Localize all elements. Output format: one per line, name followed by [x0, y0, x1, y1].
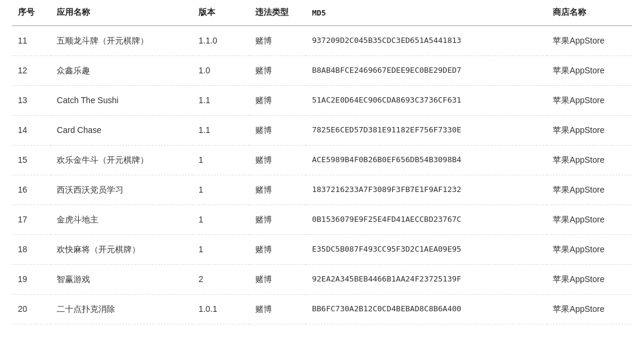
cell-type: 赌博	[249, 205, 306, 235]
cell-md5: 0B1536079E9F25E4FD41AECCBD23767C	[306, 205, 547, 235]
table-row: 19智赢游戏2赌博92EA2A345BEB4466B1AA24F23725139…	[12, 265, 632, 295]
cell-store: 苹果AppStore	[547, 295, 632, 324]
table-row: 15欢乐金牛斗（开元棋牌）1赌博ACE5989B4F0B26B0EF656DB5…	[12, 146, 632, 175]
cell-name: Card Chase	[51, 116, 193, 146]
cell-type: 赌博	[249, 175, 306, 205]
cell-md5: ACE5989B4F0B26B0EF656DB54B3098B4	[306, 146, 547, 175]
cell-index: 13	[12, 86, 51, 116]
cell-version: 1.1.0	[193, 26, 249, 56]
cell-name: 二十点扑克消除	[51, 295, 193, 324]
cell-store: 苹果AppStore	[547, 56, 632, 86]
header-name: 应用名称	[51, 0, 193, 26]
cell-index: 14	[12, 116, 51, 146]
data-table: 序号 应用名称 版本 违法类型 MD5 商店名称 11五顺龙斗牌（开元棋牌）1.…	[12, 0, 632, 324]
cell-md5: 92EA2A345BEB4466B1AA24F23725139F	[306, 265, 547, 295]
cell-store: 苹果AppStore	[547, 26, 632, 56]
cell-version: 1	[193, 235, 249, 265]
cell-store: 苹果AppStore	[547, 265, 632, 295]
cell-md5: 7825E6CED57D381E91182EF756F7330E	[306, 116, 547, 146]
cell-store: 苹果AppStore	[547, 235, 632, 265]
cell-index: 19	[12, 265, 51, 295]
cell-name: 金虎斗地主	[51, 205, 193, 235]
header-version: 版本	[193, 0, 249, 26]
cell-type: 赌博	[249, 235, 306, 265]
cell-index: 16	[12, 175, 51, 205]
cell-store: 苹果AppStore	[547, 146, 632, 175]
header-index: 序号	[12, 0, 51, 26]
cell-name: 智赢游戏	[51, 265, 193, 295]
cell-type: 赌博	[249, 265, 306, 295]
table-header-row: 序号 应用名称 版本 违法类型 MD5 商店名称	[12, 0, 632, 26]
cell-version: 1.0.1	[193, 295, 249, 324]
cell-type: 赌博	[249, 56, 306, 86]
table-row: 16西沃西沃党员学习1赌博1837216233A7F3089F3FB7E1F9A…	[12, 175, 632, 205]
cell-store: 苹果AppStore	[547, 175, 632, 205]
table-row: 17金虎斗地主1赌博0B1536079E9F25E4FD41AECCBD2376…	[12, 205, 632, 235]
header-type: 违法类型	[249, 0, 306, 26]
cell-type: 赌博	[249, 26, 306, 56]
table-row: 14Card Chase1.1赌博7825E6CED57D381E91182EF…	[12, 116, 632, 146]
table-row: 13Catch The Sushi1.1赌博51AC2E0D64EC906CDA…	[12, 86, 632, 116]
cell-md5: E35DC5B087F493CC95F3D2C1AEA09E95	[306, 235, 547, 265]
header-md5: MD5	[306, 0, 547, 26]
cell-name: 五顺龙斗牌（开元棋牌）	[51, 26, 193, 56]
cell-store: 苹果AppStore	[547, 116, 632, 146]
cell-version: 2	[193, 265, 249, 295]
cell-index: 20	[12, 295, 51, 324]
cell-name: 西沃西沃党员学习	[51, 175, 193, 205]
cell-type: 赌博	[249, 116, 306, 146]
cell-index: 18	[12, 235, 51, 265]
cell-version: 1.1	[193, 86, 249, 116]
cell-index: 15	[12, 146, 51, 175]
cell-name: Catch The Sushi	[51, 86, 193, 116]
cell-name: 众鑫乐趣	[51, 56, 193, 86]
table-row: 11五顺龙斗牌（开元棋牌）1.1.0赌博937209D2C045B35CDC3E…	[12, 26, 632, 56]
cell-md5: B8AB4BFCE2469667EDEE9EC0BE29DED7	[306, 56, 547, 86]
cell-md5: 937209D2C045B35CDC3ED651A5441813	[306, 26, 547, 56]
header-store: 商店名称	[547, 0, 632, 26]
cell-index: 12	[12, 56, 51, 86]
table-row: 18欢快麻将（开元棋牌）1赌博E35DC5B087F493CC95F3D2C1A…	[12, 235, 632, 265]
cell-type: 赌博	[249, 146, 306, 175]
cell-version: 1	[193, 205, 249, 235]
table-container: 序号 应用名称 版本 违法类型 MD5 商店名称 11五顺龙斗牌（开元棋牌）1.…	[0, 0, 644, 324]
cell-type: 赌博	[249, 295, 306, 324]
cell-name: 欢快麻将（开元棋牌）	[51, 235, 193, 265]
cell-store: 苹果AppStore	[547, 205, 632, 235]
table-row: 20二十点扑克消除1.0.1赌博BB6FC730A2B12C0CD4BEBAD8…	[12, 295, 632, 324]
cell-store: 苹果AppStore	[547, 86, 632, 116]
cell-index: 11	[12, 26, 51, 56]
cell-version: 1.1	[193, 116, 249, 146]
cell-type: 赌博	[249, 86, 306, 116]
table-row: 12众鑫乐趣1.0赌博B8AB4BFCE2469667EDEE9EC0BE29D…	[12, 56, 632, 86]
cell-version: 1	[193, 175, 249, 205]
cell-version: 1	[193, 146, 249, 175]
cell-version: 1.0	[193, 56, 249, 86]
cell-md5: BB6FC730A2B12C0CD4BEBAD8C8B6A400	[306, 295, 547, 324]
cell-index: 17	[12, 205, 51, 235]
cell-name: 欢乐金牛斗（开元棋牌）	[51, 146, 193, 175]
cell-md5: 1837216233A7F3089F3FB7E1F9AF1232	[306, 175, 547, 205]
cell-md5: 51AC2E0D64EC906CDA8693C3736CF631	[306, 86, 547, 116]
